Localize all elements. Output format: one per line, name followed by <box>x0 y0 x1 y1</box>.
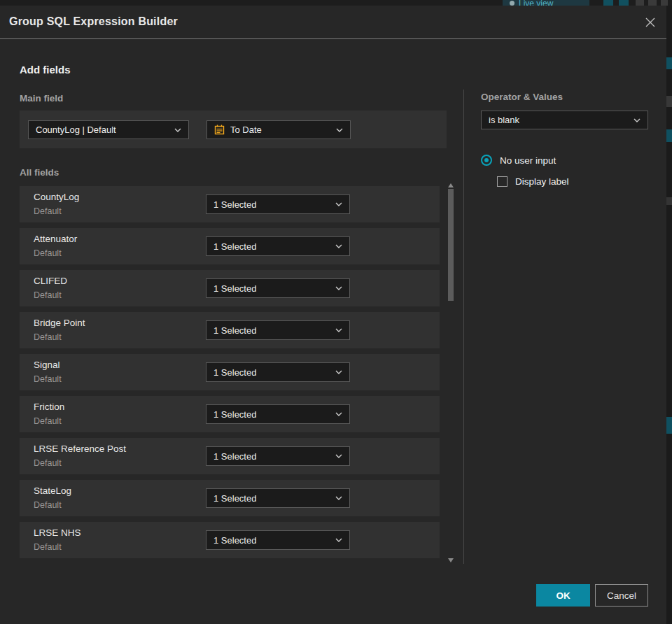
field-row: LRSE Reference Post Default 1 Selected <box>20 438 440 474</box>
field-selected-value: 1 Selected <box>214 325 330 336</box>
background-panel-block <box>666 417 672 434</box>
chevron-down-icon <box>335 538 342 542</box>
radio-selected-icon <box>481 155 492 166</box>
field-name: Attenuator <box>34 234 77 244</box>
cancel-button[interactable]: Cancel <box>595 584 648 607</box>
date-select-value: To Date <box>230 125 330 135</box>
live-view-label: Live view <box>519 0 553 6</box>
dialog-header: Group SQL Expression Builder <box>0 6 666 39</box>
field-row: CountyLog Default 1 Selected <box>20 186 440 222</box>
main-field-date-select[interactable]: To Date <box>206 120 351 139</box>
field-selected-dropdown[interactable]: 1 Selected <box>206 446 350 466</box>
main-field-container: CountyLog | Default To Date <box>20 111 447 148</box>
field-selected-value: 1 Selected <box>214 241 330 252</box>
background-panel-block <box>666 96 672 107</box>
field-selected-value: 1 Selected <box>214 451 330 462</box>
display-label-checkbox[interactable]: Display label <box>497 176 569 187</box>
main-field-select-value: CountyLog | Default <box>36 125 169 135</box>
field-selected-dropdown[interactable]: 1 Selected <box>206 236 350 256</box>
chevron-down-icon <box>336 128 343 132</box>
operator-values-heading: Operator & Values <box>481 92 563 102</box>
field-selected-dropdown[interactable]: 1 Selected <box>206 320 350 340</box>
background-top-strip: Live view <box>0 0 672 6</box>
dialog-title: Group SQL Expression Builder <box>9 15 178 28</box>
scrollbar-thumb[interactable] <box>448 189 454 301</box>
no-user-input-label: No user input <box>500 155 556 166</box>
scrollbar-up-icon[interactable] <box>448 183 454 187</box>
field-name: LRSE Reference Post <box>34 444 126 454</box>
field-layer: Default <box>34 248 62 258</box>
background-toolbar-icon <box>603 0 613 6</box>
live-view-button[interactable]: Live view <box>503 0 589 6</box>
background-toolbar-icon <box>619 0 629 6</box>
field-layer: Default <box>34 416 62 426</box>
scrollbar-down-icon[interactable] <box>448 558 454 562</box>
field-row: CLIFED Default 1 Selected <box>20 270 440 306</box>
field-selected-value: 1 Selected <box>214 199 330 210</box>
chevron-down-icon <box>335 244 342 248</box>
display-label-text: Display label <box>515 176 569 187</box>
field-selected-value: 1 Selected <box>214 409 330 420</box>
main-field-select[interactable]: CountyLog | Default <box>28 120 189 139</box>
field-row: Bridge Point Default 1 Selected <box>20 312 440 348</box>
chevron-down-icon <box>335 454 342 458</box>
field-name: CountyLog <box>34 192 79 202</box>
add-fields-heading: Add fields <box>20 64 71 76</box>
field-name: CLIFED <box>34 276 67 286</box>
close-icon[interactable] <box>643 15 658 30</box>
field-name: Friction <box>34 402 64 412</box>
field-selected-dropdown[interactable]: 1 Selected <box>206 488 350 508</box>
operator-select-value: is blank <box>489 115 628 125</box>
chevron-down-icon <box>174 128 181 132</box>
ok-button[interactable]: OK <box>536 584 590 607</box>
screen: Live view Group SQL Expression Builder A… <box>0 0 672 624</box>
background-right-strip <box>666 6 672 624</box>
chevron-down-icon <box>335 202 342 206</box>
background-panel-block <box>666 57 672 69</box>
field-selected-value: 1 Selected <box>214 535 330 546</box>
calendar-icon <box>214 125 225 135</box>
field-layer: Default <box>34 500 62 510</box>
field-layer: Default <box>34 374 62 384</box>
panel-divider <box>463 90 464 564</box>
background-toolbar-icon <box>636 0 644 6</box>
field-row: Signal Default 1 Selected <box>20 354 440 390</box>
field-name: StateLog <box>34 485 71 496</box>
field-row: StateLog Default 1 Selected <box>20 480 440 516</box>
field-layer: Default <box>34 290 62 300</box>
fields-list-scrollbar[interactable] <box>447 182 454 564</box>
field-name: LRSE NHS <box>34 527 81 538</box>
chevron-down-icon <box>335 370 342 374</box>
field-selected-value: 1 Selected <box>214 367 330 378</box>
background-toolbar-icon <box>661 0 668 6</box>
field-selected-dropdown[interactable]: 1 Selected <box>206 194 350 214</box>
field-selected-value: 1 Selected <box>214 283 330 294</box>
field-layer: Default <box>34 542 62 552</box>
field-row: LRSE NHS Default 1 Selected <box>20 522 440 558</box>
group-sql-expression-builder-dialog: Group SQL Expression Builder Add fields … <box>0 6 666 624</box>
field-selected-dropdown[interactable]: 1 Selected <box>206 362 350 382</box>
operator-select[interactable]: is blank <box>481 111 648 129</box>
field-layer: Default <box>34 458 62 468</box>
no-user-input-radio[interactable]: No user input <box>481 155 556 166</box>
field-layer: Default <box>34 206 62 216</box>
chevron-down-icon <box>335 496 342 500</box>
background-toolbar-icon <box>648 0 657 6</box>
field-selected-dropdown[interactable]: 1 Selected <box>206 404 350 424</box>
field-selected-dropdown[interactable]: 1 Selected <box>206 530 350 550</box>
field-selected-dropdown[interactable]: 1 Selected <box>206 278 350 298</box>
chevron-down-icon <box>634 118 640 122</box>
chevron-down-icon <box>335 328 342 332</box>
chevron-down-icon <box>335 286 342 290</box>
all-fields-list: CountyLog Default 1 Selected Attenuator … <box>20 186 440 564</box>
main-field-label: Main field <box>20 93 63 104</box>
all-fields-label: All fields <box>20 167 59 178</box>
live-view-dot-icon <box>510 1 514 6</box>
field-selected-value: 1 Selected <box>214 493 330 504</box>
field-layer: Default <box>34 332 62 342</box>
chevron-down-icon <box>335 412 342 416</box>
checkbox-unchecked-icon <box>497 176 507 187</box>
field-row: Friction Default 1 Selected <box>20 396 440 432</box>
background-panel-block <box>666 129 672 142</box>
field-name: Bridge Point <box>34 318 85 328</box>
